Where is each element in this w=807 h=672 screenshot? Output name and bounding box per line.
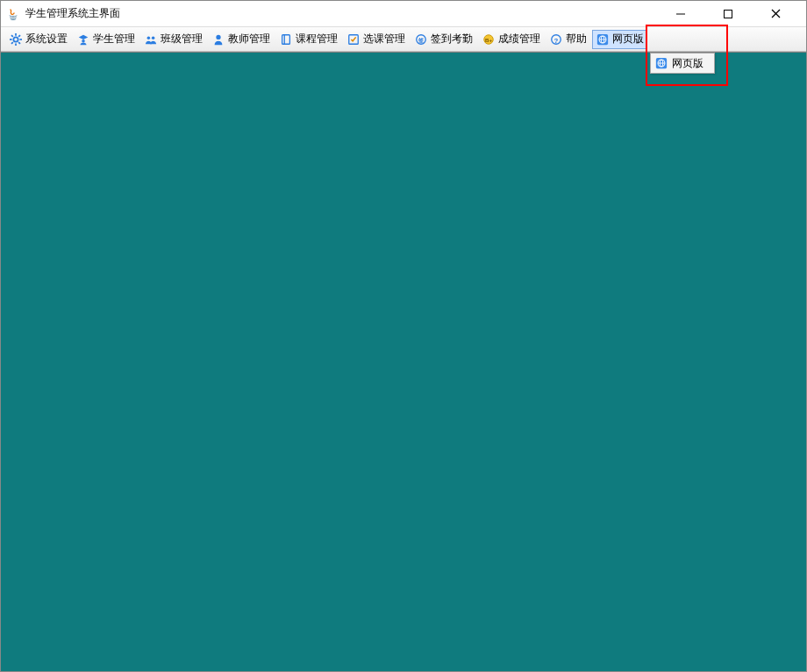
badge-icon: 签 — [414, 32, 428, 46]
menu-label: 帮助 — [566, 32, 587, 46]
svg-rect-1 — [725, 10, 732, 18]
web-version-dropdown: 网页版 — [650, 53, 715, 74]
teacher-icon — [211, 32, 225, 46]
menu-label: 教师管理 — [228, 32, 270, 46]
svg-point-13 — [82, 39, 85, 43]
dropdown-item-web-version[interactable]: 网页版 — [651, 54, 714, 73]
menubar: 系统设置 学生管理 班级管理 教师管理 课程管理 — [1, 27, 806, 52]
menu-web-version[interactable]: 网页版 — [592, 30, 647, 49]
web-icon — [596, 32, 610, 46]
menu-label: 系统设置 — [25, 32, 68, 46]
svg-text:?: ? — [554, 36, 559, 44]
dropdown-item-label: 网页版 — [672, 56, 703, 71]
svg-line-12 — [18, 35, 20, 37]
menu-course-selection[interactable]: 选课管理 — [343, 30, 409, 49]
menu-help[interactable]: ? 帮助 — [546, 30, 590, 49]
menu-course-management[interactable]: 课程管理 — [275, 30, 341, 49]
web-icon — [654, 56, 668, 70]
menu-label: 学生管理 — [93, 32, 135, 46]
student-icon — [76, 32, 90, 46]
app-window: 学生管理系统主界面 系统设置 学生管理 — [0, 0, 807, 672]
medal-icon: B+ — [482, 32, 496, 46]
menu-grade-management[interactable]: B+ 成绩管理 — [478, 30, 544, 49]
menu-system-settings[interactable]: 系统设置 — [5, 30, 71, 49]
window-controls — [668, 5, 801, 23]
svg-line-11 — [11, 42, 13, 44]
minimize-button[interactable] — [668, 5, 694, 23]
svg-line-10 — [18, 42, 20, 44]
book-icon — [279, 32, 293, 46]
titlebar: 学生管理系统主界面 — [1, 1, 806, 27]
svg-point-16 — [216, 34, 220, 39]
help-icon: ? — [549, 32, 563, 46]
maximize-button[interactable] — [715, 5, 741, 23]
gear-icon — [9, 32, 23, 46]
menu-label: 课程管理 — [296, 32, 338, 46]
svg-line-9 — [11, 35, 13, 37]
group-icon — [144, 32, 158, 46]
menu-teacher-management[interactable]: 教师管理 — [208, 30, 274, 49]
content-area: 网页版 — [1, 52, 806, 671]
svg-point-15 — [152, 36, 155, 39]
window-title: 学生管理系统主界面 — [25, 6, 120, 21]
menu-label: 选课管理 — [363, 32, 405, 46]
svg-point-14 — [147, 36, 151, 39]
svg-point-4 — [13, 37, 18, 41]
java-icon — [6, 7, 20, 21]
svg-rect-17 — [282, 34, 290, 44]
menu-attendance[interactable]: 签 签到考勤 — [411, 30, 476, 49]
select-icon — [346, 32, 361, 46]
menu-label: 成绩管理 — [498, 32, 540, 46]
menu-class-management[interactable]: 班级管理 — [140, 30, 206, 49]
svg-text:签: 签 — [418, 36, 424, 42]
menu-student-management[interactable]: 学生管理 — [73, 30, 139, 49]
close-button[interactable] — [762, 5, 789, 23]
menu-label: 网页版 — [612, 32, 644, 46]
menu-label: 班级管理 — [161, 32, 203, 46]
menu-label: 签到考勤 — [431, 32, 473, 46]
svg-text:B+: B+ — [485, 36, 492, 42]
